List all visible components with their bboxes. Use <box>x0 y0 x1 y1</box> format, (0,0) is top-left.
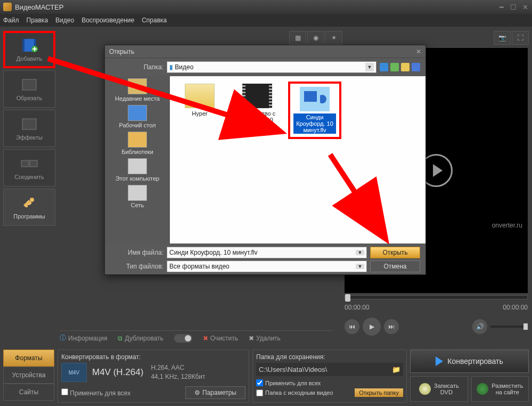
camera-icon[interactable]: ◉ <box>307 31 324 45</box>
format-name[interactable]: M4V (H.264) <box>92 367 143 378</box>
convert-button[interactable]: Конвертировать <box>410 350 529 373</box>
folder-icon[interactable]: 📁 <box>392 366 400 373</box>
timeline-knob[interactable] <box>345 294 350 302</box>
watermark-text: onverter.ru <box>492 222 522 229</box>
apply-all-checkbox[interactable]: Применить для всех <box>61 388 130 397</box>
delete-button[interactable]: ✖Удалить <box>249 335 281 342</box>
list-toolbar: ⓘИнформация ⧉Дублировать ✖Очистить ✖Удал… <box>60 330 332 344</box>
sidebar-join-button[interactable]: Соединить <box>3 149 55 186</box>
place-network[interactable]: Сеть <box>128 185 147 208</box>
menu-video[interactable]: Видео <box>55 17 74 24</box>
menu-play[interactable]: Воспроизведение <box>81 17 134 24</box>
brightness-icon[interactable]: ✶ <box>325 31 342 45</box>
apply-all-save-checkbox[interactable]: Применить для всех <box>256 379 403 386</box>
place-desktop[interactable]: Рабочий стол <box>119 105 155 128</box>
open-dialog: Открыть ✕ Папка: ▮ Видео ▼ Недавние мест… <box>104 45 426 275</box>
file-folder-windows10[interactable]: Знакомство с Windows 10 <box>233 84 282 123</box>
snapshot-icon[interactable]: 📷 <box>494 31 511 45</box>
play-triangle-icon <box>436 356 443 366</box>
effects-icon <box>20 117 38 132</box>
folder-icon <box>185 84 215 108</box>
prev-button[interactable]: ⏮ <box>345 319 359 334</box>
svg-rect-4 <box>22 79 36 90</box>
fullscreen-icon[interactable]: ⛶ <box>512 31 529 45</box>
sidebar-crop-button[interactable]: Обрезать <box>3 70 55 108</box>
filetype-combo[interactable]: Все форматы видео▼ <box>167 261 367 272</box>
save-path[interactable]: C:\Users\Nata\Videos\ 📁 <box>256 363 403 376</box>
tab-formats[interactable]: Форматы <box>3 350 54 367</box>
menu-edit[interactable]: Правка <box>27 17 48 24</box>
info-button[interactable]: ⓘИнформация <box>60 334 107 343</box>
place-computer[interactable]: Этот компьютер <box>116 158 159 182</box>
bottom-panel: Форматы Устройства Сайты Конвертировать … <box>3 350 529 403</box>
dialog-open-button[interactable]: Открыть <box>370 247 420 258</box>
sidebar-programs-label: Программы <box>13 213 45 220</box>
next-button[interactable]: ⏭ <box>384 319 399 334</box>
dialog-close-icon[interactable]: ✕ <box>416 48 421 55</box>
filename-input[interactable]: Синди Кроуфорд. 10 минут.flv▼ <box>167 247 367 258</box>
dvd-icon <box>419 383 431 395</box>
gear-icon: ⚙ <box>194 389 200 396</box>
chevron-down-icon[interactable]: ▼ <box>356 250 364 255</box>
clear-button[interactable]: ✖Очистить <box>203 335 238 342</box>
svg-rect-9 <box>304 91 317 102</box>
time-start: 00:00:00 <box>345 304 370 311</box>
chevron-down-icon[interactable]: ▼ <box>365 63 374 71</box>
file-folder-hyper[interactable]: Hyper <box>175 84 224 117</box>
menu-file[interactable]: Файл <box>3 17 19 24</box>
chevron-down-icon[interactable]: ▼ <box>356 264 364 269</box>
sidebar-add-button[interactable]: Добавить <box>3 31 55 68</box>
volume-slider[interactable] <box>490 326 528 328</box>
folder-label: Папка: <box>110 63 163 71</box>
dialog-cancel-button[interactable]: Отмена <box>370 261 420 272</box>
video-file-icon <box>300 87 330 111</box>
folder-combo[interactable]: ▮ Видео ▼ <box>167 61 377 73</box>
svg-point-8 <box>30 198 34 202</box>
volume-icon[interactable]: 🔊 <box>472 319 487 334</box>
film-folder-icon <box>242 84 272 108</box>
minimize-icon[interactable]: ━ <box>498 3 505 11</box>
back-icon[interactable] <box>380 63 388 71</box>
sidebar-programs-button[interactable]: Программы <box>3 189 55 226</box>
app-title: ВидеоМАСТЕР <box>15 3 63 11</box>
preview-toolstrip: ▦ ◉ ✶ <box>289 31 342 45</box>
format-badge-icon: M4V <box>61 363 87 382</box>
sidebar-join-label: Соединить <box>14 174 44 180</box>
tab-devices[interactable]: Устройства <box>3 367 54 384</box>
newfolder-icon[interactable] <box>401 63 410 71</box>
play-button[interactable]: ▶ <box>363 318 381 336</box>
burn-dvd-button[interactable]: Записать DVD <box>410 376 468 402</box>
duplicate-button[interactable]: ⧉Дублировать <box>118 335 163 342</box>
format-heading: Конвертировать в формат: <box>61 353 245 361</box>
toggle-switch[interactable] <box>174 334 192 343</box>
menu-bar: Файл Правка Видео Воспроизведение Справк… <box>0 14 532 27</box>
dialog-file-area[interactable]: Hyper Знакомство с Windows 10 Синди Кроу… <box>170 76 425 243</box>
svg-rect-5 <box>22 119 36 129</box>
file-selected-video[interactable]: Синди Кроуфорд. 10 минут.flv <box>290 84 339 137</box>
views-icon[interactable] <box>412 63 420 71</box>
sidebar-add-label: Добавить <box>17 55 43 62</box>
params-button[interactable]: ⚙Параметры <box>185 386 245 399</box>
frame-icon[interactable]: ▦ <box>289 31 306 45</box>
film-crop-icon <box>20 77 38 92</box>
maximize-icon[interactable]: ☐ <box>510 3 517 11</box>
format-details: H.264, AAC44,1 KHz, 128Кбит <box>149 363 205 381</box>
menu-help[interactable]: Справка <box>142 17 167 24</box>
player-controls: ⏮ ▶ ⏭ 🔊 <box>345 318 528 336</box>
svg-rect-1 <box>22 39 24 52</box>
up-icon[interactable] <box>390 63 399 71</box>
format-panel: Конвертировать в формат: M4V M4V (H.264)… <box>58 350 249 403</box>
open-folder-button[interactable]: Открыть папку <box>355 388 403 397</box>
publish-button[interactable]: Разместить на сайте <box>471 376 529 402</box>
sidebar-crop-label: Обрезать <box>17 95 43 101</box>
sidebar-effects-button[interactable]: Эффекты <box>3 110 55 147</box>
place-recent[interactable]: Недавние места <box>115 78 160 102</box>
filetype-label: Тип файлов: <box>110 263 163 270</box>
src-folder-checkbox[interactable]: Папка с исходным видео <box>256 389 333 396</box>
save-to-label: Папка для сохранения: <box>256 353 403 361</box>
tab-sites[interactable]: Сайты <box>3 384 54 401</box>
save-panel: Папка для сохранения: C:\Users\Nata\Vide… <box>252 350 407 403</box>
dialog-title: Открыть <box>109 48 134 55</box>
close-icon[interactable]: ✕ <box>521 3 529 11</box>
place-libraries[interactable]: Библиотеки <box>121 132 153 155</box>
